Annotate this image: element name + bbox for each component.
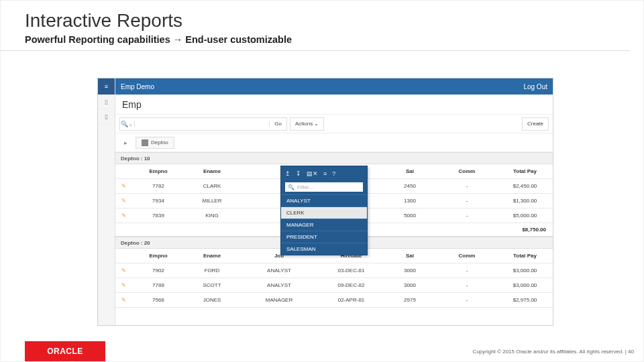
- col-ename[interactable]: Ename: [185, 164, 239, 179]
- group-header-1: Deptno : 10: [115, 152, 553, 164]
- edit-icon[interactable]: ✎: [115, 179, 131, 194]
- popup-option[interactable]: PRESIDENT: [281, 231, 367, 243]
- oracle-logo: ORACLE: [25, 341, 105, 361]
- column-filter-popup: ↥ ↧ ▤✕ ≡ ? 🔍 Filter... ANALYST CLERK MAN…: [280, 166, 368, 255]
- sort-asc-icon[interactable]: ↥: [285, 170, 290, 177]
- create-button[interactable]: Create: [522, 117, 549, 131]
- hamburger-icon[interactable]: ≡: [98, 78, 115, 95]
- sidebar-item-2[interactable]: ▯: [98, 109, 115, 124]
- edit-icon[interactable]: ✎: [115, 208, 131, 223]
- page-title: Emp: [115, 95, 553, 115]
- sidebar-item-1[interactable]: ▯: [98, 95, 115, 109]
- col-comm[interactable]: Comm: [437, 164, 497, 179]
- slide-subtitle: Powerful Reporting capabilities → End-us…: [1, 32, 630, 51]
- logout-link[interactable]: Log Out: [523, 83, 547, 90]
- search-box: 🔍⌄ Go: [119, 117, 287, 131]
- search-icon[interactable]: 🔍⌄: [120, 121, 135, 127]
- popup-option[interactable]: MANAGER: [281, 219, 367, 231]
- filter-bar: ▸ Deptno: [115, 133, 553, 152]
- edit-icon[interactable]: ✎: [115, 278, 131, 293]
- edit-icon[interactable]: ✎: [115, 194, 131, 208]
- col-empno[interactable]: Empno: [131, 164, 185, 179]
- chip-label: Deptno: [151, 139, 168, 145]
- table-row: ✎ 7566 JONES MANAGER 02-APR-81 2975 - $2…: [115, 293, 553, 308]
- collapse-icon[interactable]: ▸: [119, 137, 131, 149]
- copyright-text: Copyright © 2015 Oracle and/or its affil…: [473, 349, 643, 355]
- actions-button[interactable]: Actions ⌄: [290, 117, 324, 131]
- toolbar: 🔍⌄ Go Actions ⌄ Create: [115, 115, 553, 133]
- go-button[interactable]: Go: [269, 121, 286, 127]
- table-row: ✎ 7902 FORD ANALYST 03-DEC-81 3000 - $3,…: [115, 263, 553, 278]
- hide-column-icon[interactable]: ▤✕: [307, 170, 318, 177]
- app-header: Emp Demo Log Out: [115, 78, 553, 95]
- popup-filter-input[interactable]: 🔍 Filter...: [285, 182, 363, 192]
- popup-option[interactable]: SALESMAN: [281, 243, 367, 255]
- edit-icon[interactable]: ✎: [115, 293, 131, 308]
- app-brand: Emp Demo: [121, 83, 154, 90]
- control-break-chip[interactable]: Deptno: [136, 137, 174, 149]
- help-icon[interactable]: ?: [332, 170, 335, 177]
- col-total[interactable]: Total Pay: [497, 164, 553, 179]
- left-sidebar: ≡ ▯ ▯: [98, 78, 115, 325]
- popup-toolbar: ↥ ↧ ▤✕ ≡ ?: [281, 166, 367, 180]
- chip-icon: [142, 139, 148, 146]
- popup-filter-placeholder: Filter...: [297, 184, 313, 190]
- sort-desc-icon[interactable]: ↧: [296, 170, 301, 177]
- table-row: ✎ 7788 SCOTT ANALYST 09-DEC-82 3000 - $3…: [115, 278, 553, 293]
- col-sal[interactable]: Sal: [383, 164, 437, 179]
- search-icon: 🔍: [288, 184, 294, 190]
- popup-options: ANALYST CLERK MANAGER PRESIDENT SALESMAN: [281, 194, 367, 255]
- popup-option[interactable]: CLERK: [281, 206, 367, 219]
- edit-icon[interactable]: ✎: [115, 263, 131, 278]
- app-screenshot: ≡ ▯ ▯ Emp Demo Log Out Emp 🔍⌄ Go Actions…: [97, 78, 553, 326]
- slide-title: Interactive Reports: [1, 1, 643, 32]
- slide-footer: ORACLE Copyright © 2015 Oracle and/or it…: [1, 341, 643, 361]
- popup-option[interactable]: ANALYST: [281, 194, 367, 206]
- control-break-icon[interactable]: ≡: [323, 170, 327, 177]
